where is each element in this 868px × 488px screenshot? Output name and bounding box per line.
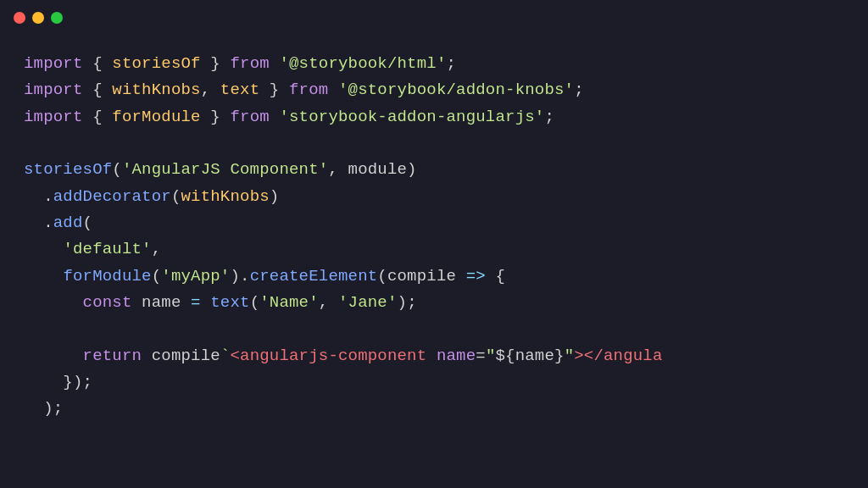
code-line-14: ); [24, 396, 844, 422]
code-line-1: import { storiesOf } from '@storybook/ht… [24, 51, 844, 77]
code-line-7: . add ( [24, 210, 844, 236]
maximize-button[interactable] [51, 12, 63, 24]
code-line-12: return compile ` <angularjs-component na… [24, 343, 844, 369]
code-line-10: const name = text ( 'Name' , 'Jane' ); [24, 290, 844, 316]
blank-line-1 [24, 130, 844, 157]
close-button[interactable] [14, 12, 25, 24]
code-line-8: 'default' , [24, 236, 844, 263]
minimize-button[interactable] [32, 12, 44, 24]
code-line-9: forModule ( 'myApp' ). createElement ( c… [24, 263, 844, 290]
code-line-6: . addDecorator ( withKnobs ) [24, 184, 844, 210]
code-line-3: import { forModule } from 'storybook-add… [24, 104, 844, 130]
code-line-5: storiesOf ( 'AngularJS Component' , modu… [24, 157, 844, 183]
code-line-2: import { withKnobs , text } from '@story… [24, 77, 844, 103]
code-window: import { storiesOf } from '@storybook/ht… [0, 0, 868, 488]
code-line-13: }); [24, 369, 844, 396]
blank-line-2 [24, 316, 844, 342]
title-bar [0, 0, 868, 36]
code-editor: import { storiesOf } from '@storybook/ht… [0, 36, 868, 438]
